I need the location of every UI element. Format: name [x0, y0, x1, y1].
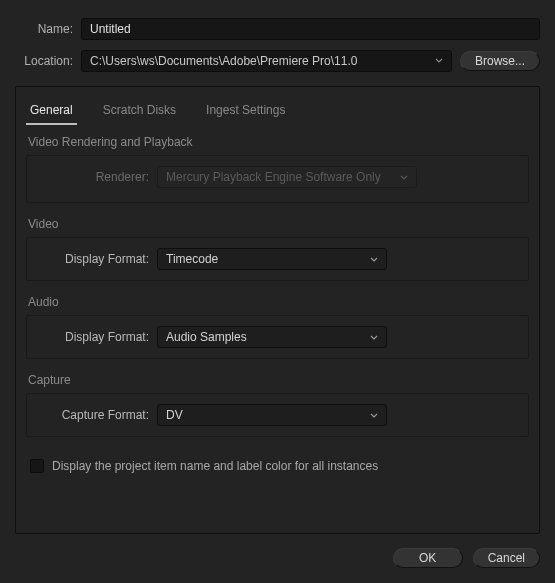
video-display-format-select[interactable]: Timecode — [157, 248, 387, 270]
chevron-down-icon — [370, 330, 378, 344]
group-rendering-title: Video Rendering and Playback — [26, 135, 529, 155]
name-label: Name: — [15, 22, 81, 36]
group-rendering: Video Rendering and Playback Renderer: M… — [26, 135, 529, 203]
group-capture: Capture Capture Format: DV — [26, 373, 529, 437]
tab-scratch-disks[interactable]: Scratch Disks — [99, 97, 180, 125]
renderer-label: Renderer: — [39, 170, 157, 184]
tab-general[interactable]: General — [26, 97, 77, 125]
tab-scratch-label: Scratch Disks — [103, 103, 176, 117]
chevron-down-icon — [435, 57, 443, 65]
cancel-button[interactable]: Cancel — [473, 548, 540, 568]
renderer-select: Mercury Playback Engine Software Only — [157, 166, 417, 188]
location-row: Location: C:\Users\ws\Documents\Adobe\Pr… — [15, 50, 540, 72]
video-display-format-label: Display Format: — [39, 252, 157, 266]
capture-format-value: DV — [166, 408, 183, 422]
new-project-dialog: Name: Location: C:\Users\ws\Documents\Ad… — [0, 0, 555, 583]
capture-format-label: Capture Format: — [39, 408, 157, 422]
chevron-down-icon — [370, 252, 378, 266]
video-display-format-value: Timecode — [166, 252, 218, 266]
group-rendering-frame: Renderer: Mercury Playback Engine Softwa… — [26, 155, 529, 203]
tab-ingest-settings[interactable]: Ingest Settings — [202, 97, 289, 125]
location-wrap: C:\Users\ws\Documents\Adobe\Premiere Pro… — [81, 50, 540, 72]
group-capture-title: Capture — [26, 373, 529, 393]
group-capture-frame: Capture Format: DV — [26, 393, 529, 437]
browse-label: Browse... — [475, 54, 525, 68]
capture-format-line: Capture Format: DV — [39, 404, 516, 426]
tabs: General Scratch Disks Ingest Settings — [16, 87, 539, 125]
capture-format-select[interactable]: DV — [157, 404, 387, 426]
browse-button[interactable]: Browse... — [460, 51, 540, 71]
group-video: Video Display Format: Timecode — [26, 217, 529, 281]
audio-display-format-select[interactable]: Audio Samples — [157, 326, 387, 348]
group-video-frame: Display Format: Timecode — [26, 237, 529, 281]
location-value: C:\Users\ws\Documents\Adobe\Premiere Pro… — [90, 54, 357, 68]
display-names-checkbox[interactable] — [30, 459, 44, 473]
cancel-label: Cancel — [488, 551, 525, 565]
tab-general-label: General — [30, 103, 73, 117]
audio-display-format-line: Display Format: Audio Samples — [39, 326, 516, 348]
group-audio: Audio Display Format: Audio Samples — [26, 295, 529, 359]
name-row: Name: — [15, 18, 540, 40]
ok-label: OK — [419, 551, 436, 565]
panel-body: Video Rendering and Playback Renderer: M… — [16, 125, 539, 483]
footer: OK Cancel — [15, 548, 540, 568]
tab-ingest-label: Ingest Settings — [206, 103, 285, 117]
location-label: Location: — [15, 54, 81, 68]
chevron-down-icon — [370, 408, 378, 422]
video-display-format-line: Display Format: Timecode — [39, 248, 516, 270]
chevron-down-icon — [400, 170, 408, 184]
group-audio-frame: Display Format: Audio Samples — [26, 315, 529, 359]
display-names-check-row: Display the project item name and label … — [26, 457, 529, 473]
main-panel: General Scratch Disks Ingest Settings Vi… — [15, 86, 540, 534]
group-audio-title: Audio — [26, 295, 529, 315]
name-input[interactable] — [81, 18, 540, 40]
ok-button[interactable]: OK — [393, 548, 463, 568]
group-video-title: Video — [26, 217, 529, 237]
location-combo[interactable]: C:\Users\ws\Documents\Adobe\Premiere Pro… — [81, 50, 452, 72]
audio-display-format-label: Display Format: — [39, 330, 157, 344]
renderer-line: Renderer: Mercury Playback Engine Softwa… — [39, 166, 516, 188]
display-names-label[interactable]: Display the project item name and label … — [52, 459, 378, 473]
renderer-value: Mercury Playback Engine Software Only — [166, 170, 381, 184]
audio-display-format-value: Audio Samples — [166, 330, 247, 344]
